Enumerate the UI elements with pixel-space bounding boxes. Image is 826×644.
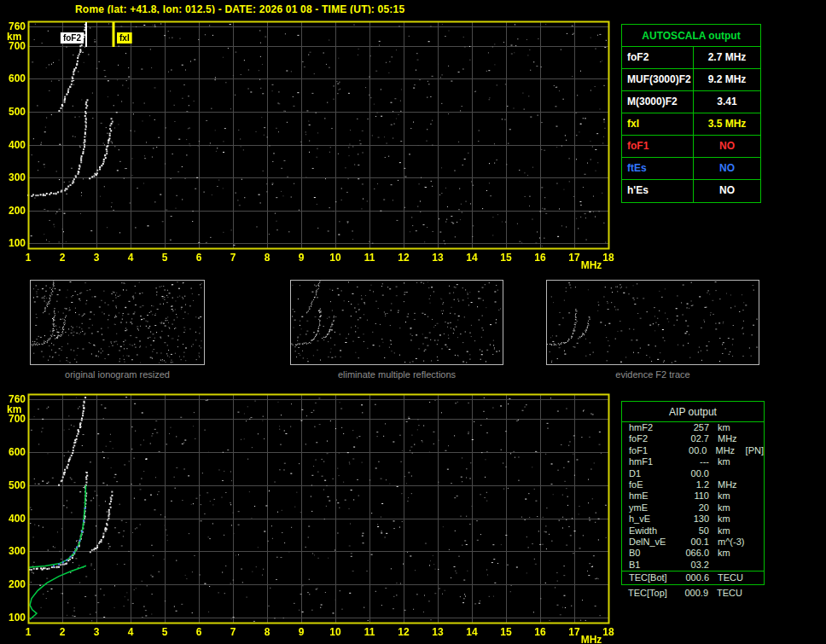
- aip-param-note: [747, 490, 748, 502]
- aip-table-title: AIP output: [622, 402, 764, 422]
- aip-row-hmF2: hmF2257km: [622, 422, 764, 433]
- aip-table-rows: hmF2257kmfoF202.7MHzfoF100.0MHz[PN]hmF1-…: [622, 422, 764, 571]
- aip-param-note: [PN]: [744, 445, 764, 456]
- aip-param-unit: m^(-3): [709, 537, 747, 548]
- autoscala-table-rows: foF22.7 MHzMUF(3000)F29.2 MHzM(3000)F23.…: [622, 47, 760, 202]
- aip-param-label: DelN_vE: [629, 537, 678, 548]
- aip-row-foF2: foF202.7MHz: [622, 433, 764, 444]
- aip-param-unit: [709, 560, 747, 571]
- aip-param-note: [747, 456, 748, 467]
- thumbnail-caption: eliminate multiple reflections: [290, 369, 503, 380]
- aip-param-unit: MHz: [709, 479, 747, 490]
- aip-param-label: B1: [629, 560, 678, 571]
- aip-param-unit: MHz: [709, 433, 747, 444]
- aip-param-note: [747, 560, 748, 571]
- aip-param-label: h_vE: [629, 513, 678, 525]
- aip-param-label: Ewidth: [629, 525, 678, 537]
- aip-param-note: [747, 513, 748, 525]
- autoscala-row-foF1: foF1NO: [622, 136, 760, 158]
- aip-param-note: [747, 433, 748, 444]
- aip-param-unit: km: [709, 548, 747, 559]
- autoscala-param-label: MUF(3000)F2: [622, 69, 694, 90]
- aip-param-value: 00.1: [678, 537, 709, 548]
- aip-param-label: hmE: [629, 490, 678, 502]
- autoscala-param-value: NO: [694, 180, 760, 202]
- aip-row-ymE: ymE20km: [622, 502, 764, 513]
- aip-param-unit: km: [709, 490, 747, 502]
- aip-param-unit: km: [709, 502, 747, 513]
- aip-param-unit: TECU: [709, 571, 747, 583]
- aip-param-unit: MHz: [707, 445, 744, 456]
- autoscala-param-label: h'Es: [622, 180, 694, 202]
- aip-param-value: 110: [678, 490, 709, 502]
- autoscala-param-label: foF2: [622, 47, 694, 68]
- aip-row-hmF1: hmF1---km: [622, 456, 764, 467]
- aip-param-value: 50: [678, 525, 709, 537]
- aip-row-foF1: foF100.0MHz[PN]: [622, 445, 764, 456]
- aip-param-value: 00.0: [677, 445, 707, 456]
- thumbnail-caption: original ionogram resized: [30, 369, 205, 380]
- aip-param-value: 00.0: [678, 468, 709, 479]
- aip-param-note: [747, 537, 748, 548]
- autoscala-app-window: Rome (lat: +41.8, lon: 012.5) - DATE: 20…: [0, 0, 826, 644]
- autoscala-output-table: AUTOSCALA output foF22.7 MHzMUF(3000)F29…: [621, 24, 761, 203]
- aip-param-unit: km: [709, 513, 747, 525]
- autoscala-table-title: AUTOSCALA output: [622, 25, 760, 47]
- autoscala-param-value: NO: [694, 136, 760, 157]
- thumbnail-caption: evidence F2 trace: [546, 369, 759, 380]
- autoscala-row-fxI: fxI3.5 MHz: [622, 113, 760, 136]
- autoscala-param-value: 3.5 MHz: [694, 113, 760, 135]
- thumbnail-original-ionogram: [30, 280, 205, 365]
- aip-param-value: 1.2: [678, 479, 709, 490]
- aip-param-unit: [709, 468, 747, 479]
- aip-param-label: hmF2: [629, 422, 678, 433]
- aip-param-value: 000.6: [678, 571, 709, 583]
- autoscala-row-M(3000)F2: M(3000)F23.41: [622, 91, 760, 113]
- aip-param-label: foE: [629, 479, 678, 490]
- autoscala-param-value: 2.7 MHz: [694, 47, 760, 68]
- thumbnail-eliminate-reflections: [290, 280, 503, 365]
- aip-param-label: ymE: [629, 502, 678, 513]
- aip-param-note: [747, 422, 748, 433]
- aip-row-B1: B103.2: [622, 560, 764, 571]
- aip-param-label: TEC[Bot]: [629, 571, 678, 583]
- aip-param-value: 066.0: [678, 548, 709, 559]
- aip-param-label: D1: [629, 468, 678, 479]
- aip-row-Ewidth: Ewidth50km: [622, 525, 764, 537]
- autoscala-row-ftEs: ftEsNO: [622, 158, 760, 180]
- autoscala-param-value: NO: [694, 158, 760, 179]
- aip-param-value: 03.2: [678, 560, 709, 571]
- aip-output-table: AIP output hmF2257kmfoF202.7MHzfoF100.0M…: [621, 401, 765, 585]
- aip-param-unit: km: [709, 422, 747, 433]
- aip-param-value: 130: [678, 513, 709, 525]
- aip-row-h_vE: h_vE130km: [622, 513, 764, 525]
- autoscala-row-MUF(3000)F2: MUF(3000)F29.2 MHz: [622, 69, 760, 91]
- aip-param-unit: TECU: [708, 587, 746, 599]
- aip-row-B0: B0066.0km: [622, 548, 764, 559]
- aip-param-note: [747, 548, 748, 559]
- thumbnail-evidence-f2: [546, 280, 759, 365]
- aip-row-DelN_vE: DelN_vE00.1m^(-3): [622, 537, 764, 548]
- aip-row-hmE: hmE110km: [622, 490, 764, 502]
- aip-param-value: 02.7: [678, 433, 709, 444]
- aip-param-value: ---: [678, 456, 709, 467]
- ionogram-plot-bottom: [0, 386, 619, 644]
- aip-param-value: 20: [678, 502, 709, 513]
- autoscala-param-label: ftEs: [622, 158, 694, 179]
- aip-param-label: foF2: [629, 433, 678, 444]
- aip-param-note: [747, 468, 748, 479]
- aip-param-unit: km: [709, 456, 747, 467]
- autoscala-param-value: 3.41: [694, 91, 760, 113]
- aip-param-note: [747, 525, 748, 537]
- aip-param-label: hmF1: [629, 456, 678, 467]
- aip-param-label: B0: [629, 548, 678, 559]
- aip-param-label: TEC[Top]: [628, 587, 678, 599]
- aip-param-label: foF1: [629, 445, 677, 456]
- aip-row-tec-top: TEC[Top]000.9TECU: [621, 587, 765, 599]
- aip-param-unit: km: [709, 525, 747, 537]
- autoscala-param-value: 9.2 MHz: [694, 69, 760, 90]
- aip-param-note: [747, 479, 748, 490]
- autoscala-row-foF2: foF22.7 MHz: [622, 47, 760, 69]
- aip-param-value: 257: [678, 422, 709, 433]
- autoscala-row-h'Es: h'EsNO: [622, 180, 760, 202]
